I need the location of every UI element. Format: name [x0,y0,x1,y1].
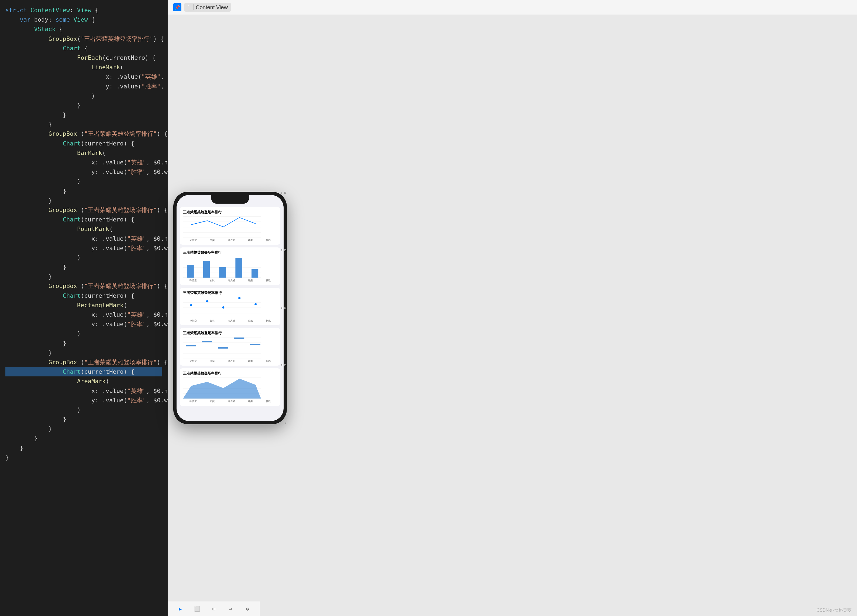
code-line: VStack { [5,24,162,34]
svg-rect-31 [202,341,212,342]
area-chart-svg [183,378,269,399]
code-line: ) [5,329,162,338]
x-label: 孙悟空 [190,238,197,242]
x-label: 猪八戒 [227,279,235,282]
chart-x-labels-1: 孙悟空 玄奘 猪八戒 嫦娥 杨戬 [183,238,277,242]
x-label: 杨戬 [266,319,271,323]
svg-rect-11 [203,261,210,278]
chart-title-3: 王者荣耀英雄登场率排行 [183,290,277,295]
chart-title-5: 王者荣耀英雄登场率排行 [183,371,277,376]
chart-x-labels-4: 孙悟空 玄奘 猪八戒 嫦娥 杨戬 [183,359,277,363]
bar-chart-svg [183,257,269,278]
x-label: 玄奘 [210,319,215,323]
chart-section-rectangle: 王者荣耀英雄登场率排行 [180,328,280,365]
code-line: } [5,186,162,196]
point-chart-svg [183,297,269,319]
x-label: 孙悟空 [190,279,197,282]
line-chart-svg [183,216,269,238]
svg-rect-10 [187,265,194,278]
content-view-label: Content View [196,4,228,11]
x-label: 猪八戒 [227,400,235,403]
code-line: x: .value("英雄", $0.hero), [5,234,162,243]
phone-device: 王者荣耀英雄登场率排行 [173,192,287,424]
code-line: Chart(currentHero) { [5,215,162,224]
code-line: } [5,339,162,348]
svg-rect-13 [235,258,242,278]
x-label: 猪八戒 [227,359,235,363]
code-line: x: .value("英雄", $0.hero), [5,158,162,167]
x-label: 玄奘 [210,279,215,282]
chart-x-labels-5: 孙悟空 玄奘 猪八戒 嫦娥 杨戬 [183,400,277,403]
code-line: x: .value("英雄", $0.hero), [5,310,162,319]
grid-icon[interactable]: ⊞ [209,604,218,613]
phone-screen: 王者荣耀英雄登场率排行 [176,195,284,421]
top-bar: 📌 ⬜ Content View [168,0,857,15]
svg-rect-12 [219,267,226,278]
code-line: y: .value("胜率", $0.winRate) [5,82,162,91]
code-line: Chart(currentHero) { [5,139,162,148]
x-label: 玄奘 [210,400,215,403]
x-label: 杨戬 [266,400,271,403]
svg-point-21 [206,300,208,302]
code-line: y: .value("胜率", $0.winRate) [5,396,162,405]
code-line: } [5,101,162,110]
svg-rect-14 [251,269,258,278]
code-line: ) [5,176,162,186]
code-line: ) [5,253,162,262]
code-line: } [5,433,162,443]
phone-notch [211,195,249,204]
x-label: 嫦娥 [248,319,253,323]
svg-rect-30 [186,345,196,347]
x-label: 杨戬 [266,359,271,363]
settings-icon[interactable]: ⚙ [243,604,252,613]
phone-content: 王者荣耀英雄登场率排行 [176,195,284,421]
content-view-tab[interactable]: ⬜ Content View [184,3,231,12]
view-icon: ⬜ [187,4,194,11]
chart-title-2: 王者荣耀英雄登场率排行 [183,250,277,255]
phone-wrapper: 王者荣耀英雄登场率排行 [168,15,292,601]
code-line: } [5,272,162,281]
frame-icon[interactable]: ⬜ [193,604,201,613]
chart-section-line: 王者荣耀英雄登场率排行 [180,207,280,245]
preview-panel: 📌 ⬜ Content View 王者荣耀英雄登场率排行 [168,0,857,616]
code-line: y: .value("胜率", $0.winRate) [5,243,162,253]
swap-icon[interactable]: ⇌ [226,604,235,613]
svg-rect-34 [250,344,260,345]
code-line: } [5,443,162,453]
chart-section-area: 王者荣耀英雄登场率排行 [180,368,280,406]
chart-title-1: 王者荣耀英雄登场率排行 [183,210,277,215]
x-label: 猪八戒 [227,319,235,323]
code-line: PointMark( [5,224,162,234]
code-line: RectangleMark( [5,300,162,310]
code-line: } [5,196,162,205]
code-line: x: .value("英雄", $0.hero), [5,72,162,81]
code-line: } [5,119,162,129]
x-label: 孙悟空 [190,400,197,403]
chart-section-point: 王者荣耀英雄登场率排行 [180,288,280,325]
chart-x-labels-2: 孙悟空 玄奘 猪八戒 嫦娥 杨戬 [183,279,277,282]
bottom-toolbar: ▶ ⬜ ⊞ ⇌ ⚙ [168,601,260,616]
x-label: 杨戬 [266,279,271,282]
code-line-highlighted: Chart(currentHero) { [5,367,162,376]
code-line: ) [5,405,162,415]
code-line: } [5,415,162,424]
code-line: BarMark( [5,148,162,158]
play-icon[interactable]: ▶ [176,604,185,613]
svg-rect-33 [234,337,244,339]
code-line: Chart { [5,43,162,53]
code-line: } [5,348,162,358]
x-label: 猪八戒 [227,238,235,242]
pin-icon: 📌 [173,3,181,11]
x-label: 嫦娥 [248,359,253,363]
x-label: 嫦娥 [248,279,253,282]
y-axis-5: 0.20 0.15 0.10 0.05 0 [281,195,284,421]
code-line: } [5,453,162,462]
code-editor: struct ContentView: View { var body: som… [0,0,168,616]
svg-point-22 [222,306,224,308]
code-line: } [5,424,162,433]
code-line: } [5,262,162,272]
code-line: GroupBox ("王者荣耀英雄登场率排行") { [5,281,162,291]
x-label: 孙悟空 [190,319,197,323]
svg-point-20 [190,304,192,306]
chart-section-bar: 王者荣耀英雄登场率排行 [180,248,280,285]
